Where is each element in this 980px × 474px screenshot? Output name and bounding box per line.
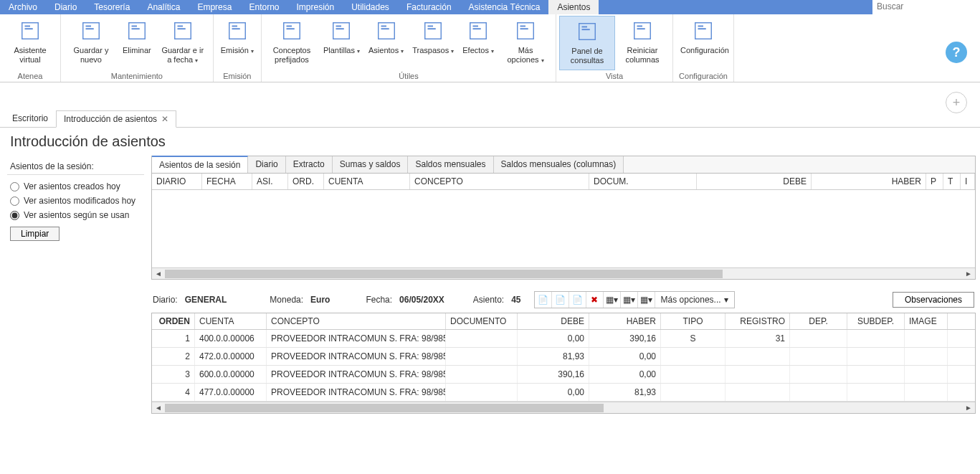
ribbon-asientos[interactable]: Asientos ▾ — [364, 16, 408, 70]
cell-subdep — [847, 366, 905, 383]
radio-input[interactable] — [10, 182, 19, 191]
radio-input[interactable] — [10, 196, 19, 206]
detail-row[interactable]: 1400.0.0.00006PROVEEDOR INTRACOMUN S. FR… — [152, 330, 975, 348]
inner-tab-saldos-mensuales[interactable]: Saldos mensuales — [408, 156, 493, 173]
menu-item-archivo[interactable]: Archivo — [0, 0, 46, 14]
col-haber[interactable]: HABER — [812, 174, 926, 189]
menu-item-diario[interactable]: Diario — [46, 0, 85, 14]
add-tab-button[interactable]: + — [946, 92, 967, 113]
session-grid-body[interactable] — [152, 190, 975, 267]
radio-input[interactable] — [10, 211, 19, 220]
detail-col-orden[interactable]: ORDEN — [152, 313, 195, 329]
cell-subdep — [847, 330, 905, 347]
scroll-left-icon[interactable]: ◄ — [152, 404, 165, 412]
tool-btn-delete[interactable]: ✖ — [586, 292, 604, 308]
svg-rect-1 — [25, 26, 31, 27]
observaciones-button[interactable]: Observaciones — [893, 292, 974, 308]
ribbon-guardar-y-nuevo[interactable]: Guardar y nuevo — [64, 16, 118, 70]
ribbon-reiniciar-columnas[interactable]: Reiniciar columnas — [615, 16, 670, 70]
detail-col-subdep[interactable]: SUBDEP. — [847, 313, 905, 329]
ribbon-emisión[interactable]: Emisión ▾ — [217, 16, 258, 70]
doc-tab-escritorio[interactable]: Escritorio — [4, 110, 56, 127]
detail-row[interactable]: 4477.0.0.00000PROVEEDOR INTRACOMUN S. FR… — [152, 384, 975, 402]
svg-rect-5 — [86, 28, 94, 29]
cell-dep — [790, 366, 847, 383]
menu-item-tesorería[interactable]: Tesorería — [85, 0, 138, 14]
document-tabs: EscritorioIntroducción de asientos✕ — [0, 110, 980, 128]
detail-col-haber[interactable]: HABER — [589, 313, 661, 329]
radio-option-2[interactable]: Ver asientos según se usan — [7, 208, 144, 222]
tool-btn-1[interactable]: 📄 — [535, 292, 552, 308]
detail-col-dep[interactable]: DEP. — [790, 313, 847, 329]
tool-btn-5[interactable]: ▦▾ — [604, 292, 621, 308]
inner-tab-sumas-y-saldos[interactable]: Sumas y saldos — [333, 156, 409, 173]
col-asi.[interactable]: ASI. — [252, 174, 288, 189]
menu-item-facturación[interactable]: Facturación — [398, 0, 460, 14]
detail-col-debe[interactable]: DEBE — [518, 313, 589, 329]
col-cuenta[interactable]: CUENTA — [324, 174, 410, 189]
menu-item-entorno[interactable]: Entorno — [240, 0, 287, 14]
inner-tab-asientos-de-la-sesión[interactable]: Asientos de la sesión — [152, 156, 248, 173]
scroll-right-icon[interactable]: ► — [962, 270, 975, 278]
ribbon-configuración[interactable]: Configuración — [676, 16, 731, 70]
cell-image — [905, 330, 948, 347]
cell-documento — [446, 330, 518, 347]
cell-dep — [790, 348, 847, 365]
scroll-left-icon[interactable]: ◄ — [152, 270, 165, 278]
detail-row[interactable]: 3600.0.0.00000PROVEEDOR INTRACOMUN S. FR… — [152, 366, 975, 384]
detail-col-registro[interactable]: REGISTRO — [726, 313, 790, 329]
page-title: Introducción de asientos — [0, 128, 980, 156]
col-fecha[interactable]: FECHA — [202, 174, 252, 189]
ribbon-conceptos-prefijados[interactable]: Conceptos prefijados — [265, 16, 319, 70]
menu-item-utilidades[interactable]: Utilidades — [343, 0, 398, 14]
ribbon-más-opciones[interactable]: Más opciones ▾ — [498, 16, 553, 70]
inner-tab-saldos-mensuales-(columnas)[interactable]: Saldos mensuales (columnas) — [494, 156, 624, 173]
search-input[interactable] — [872, 0, 980, 13]
help-icon[interactable]: ? — [946, 42, 967, 63]
col-diario[interactable]: DIARIO — [152, 174, 202, 189]
col-t[interactable]: T — [943, 174, 961, 189]
close-icon[interactable]: ✕ — [161, 114, 168, 124]
menu-item-asistencia técnica[interactable]: Asistencia Técnica — [460, 0, 549, 14]
svg-rect-30 — [518, 23, 534, 39]
inner-tab-diario[interactable]: Diario — [248, 156, 285, 173]
detail-row[interactable]: 2472.0.0.00000PROVEEDOR INTRACOMUN S. FR… — [152, 348, 975, 366]
detail-col-cuenta[interactable]: CUENTA — [195, 313, 267, 329]
clear-button[interactable]: Limpiar — [10, 227, 60, 241]
scroll-right-icon[interactable]: ► — [962, 404, 975, 412]
col-ord.[interactable]: ORD. — [288, 174, 324, 189]
col-concepto[interactable]: CONCEPTO — [410, 174, 589, 189]
ribbon-plantillas[interactable]: Plantillas ▾ — [319, 16, 364, 70]
radio-option-0[interactable]: Ver asientos creados hoy — [7, 179, 144, 194]
menu-item-asientos[interactable]: Asientos — [548, 0, 599, 14]
col-p[interactable]: P — [926, 174, 943, 189]
more-options-button[interactable]: Más opciones... ▾ — [655, 295, 734, 305]
ribbon-efectos[interactable]: Efectos ▾ — [458, 16, 498, 70]
ribbon-guardar-e-ir-a-fecha[interactable]: Guardar e ir a fecha ▾ — [156, 16, 210, 70]
ribbon-asistente-virtual[interactable]: Asistente virtual — [3, 16, 57, 70]
detail-col-image[interactable]: IMAGE — [905, 313, 948, 329]
ribbon-label: Conceptos prefijados — [269, 46, 315, 64]
svg-rect-36 — [634, 23, 651, 39]
ribbon-panel-de-consultas[interactable]: Panel de consultas — [559, 16, 615, 70]
tool-btn-7[interactable]: ▦▾ — [638, 292, 655, 308]
session-grid-hscroll[interactable]: ◄ ► — [152, 267, 975, 279]
detail-grid-hscroll[interactable]: ◄ ► — [152, 402, 975, 413]
ribbon-traspasos[interactable]: Traspasos ▾ — [408, 16, 458, 70]
tool-btn-6[interactable]: ▦▾ — [621, 292, 638, 308]
menu-item-impresión[interactable]: Impresión — [287, 0, 343, 14]
menu-item-empresa[interactable]: Empresa — [189, 0, 240, 14]
menu-item-analítica[interactable]: Analítica — [138, 0, 189, 14]
tool-btn-2[interactable]: 📄 — [552, 292, 569, 308]
detail-col-documento[interactable]: DOCUMENTO — [446, 313, 518, 329]
doc-tab-introducción-de-asientos[interactable]: Introducción de asientos✕ — [56, 110, 176, 128]
radio-option-1[interactable]: Ver asientos modificados hoy — [7, 194, 144, 208]
detail-col-tipo[interactable]: TIPO — [661, 313, 726, 329]
detail-col-concepto[interactable]: CONCEPTO — [267, 313, 446, 329]
col-docum.[interactable]: DOCUM. — [589, 174, 697, 189]
tool-btn-3[interactable]: 📄 — [569, 292, 586, 308]
inner-tab-extracto[interactable]: Extracto — [286, 156, 333, 173]
col-debe[interactable]: DEBE — [697, 174, 812, 189]
ribbon-eliminar[interactable]: Eliminar — [118, 16, 156, 70]
col-i[interactable]: I — [961, 174, 975, 189]
